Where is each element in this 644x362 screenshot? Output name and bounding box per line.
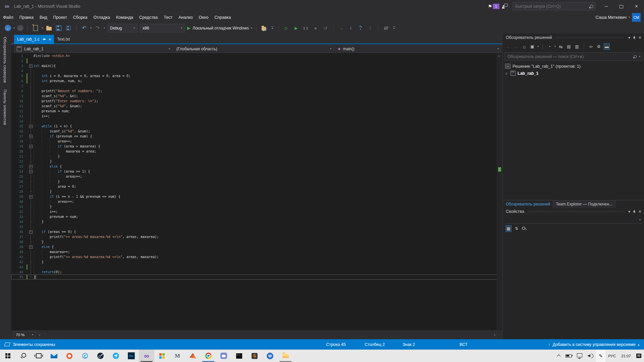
close-icon[interactable]: × [639, 35, 641, 40]
code-line[interactable]: 33 prevnum = num; [11, 214, 497, 219]
code-line[interactable]: 40 maxarea++; [11, 249, 497, 254]
code-line[interactable]: 18 area++; [11, 139, 497, 144]
chevron-down-icon[interactable]: ▾ [537, 45, 539, 48]
code-line[interactable]: 45} [11, 275, 497, 280]
step-out-button[interactable]: ↑• [367, 24, 374, 32]
new-project-dropdown-icon[interactable]: ▾ [42, 27, 43, 29]
menu-test[interactable]: Тест [161, 14, 175, 21]
chevron-down-icon[interactable]: ▾ [554, 45, 556, 48]
code-line[interactable]: 36 if (areas == 0) { [11, 229, 497, 234]
alphabetical-sort-icon[interactable]: ⇅ [514, 225, 520, 232]
code-line[interactable]: 25 areas++; [11, 174, 497, 179]
taskbar-visual-studio[interactable]: ∞ [139, 350, 154, 362]
code-line[interactable]: 19 if (area > maxarea) { [11, 144, 497, 149]
redo-button[interactable]: ↷ [94, 24, 101, 32]
code-line[interactable]: 39 else { [11, 244, 497, 249]
fold-marker-icon[interactable] [29, 144, 34, 149]
account-menu[interactable]: Саша Миткевич ▾ СМ [596, 13, 644, 22]
code-line[interactable]: 6 int prevnum, num, n; [11, 78, 497, 83]
pin-icon[interactable] [633, 36, 636, 40]
menu-debug[interactable]: Отладка [91, 14, 113, 21]
tab-text-txt[interactable]: Text.txt [54, 35, 73, 44]
taskbar-mail[interactable] [46, 350, 62, 362]
menu-project[interactable]: Проект [50, 14, 70, 21]
code-line[interactable]: 23 else { [11, 164, 497, 169]
code-line[interactable]: 7 [11, 83, 497, 88]
avatar[interactable]: СМ [632, 13, 641, 22]
nav-back-icon[interactable]: ← [505, 43, 511, 50]
notifications-flag-icon[interactable]: ⚑ [488, 4, 492, 9]
code-line[interactable]: 5 int i = 0, maxarea = 0, areas = 0, are… [11, 73, 497, 78]
code-line[interactable]: 34 } [11, 219, 497, 224]
language-indicator[interactable]: РУС [605, 350, 619, 362]
fold-marker-icon[interactable] [29, 63, 34, 68]
task-view-button[interactable] [31, 350, 46, 362]
collapse-all-icon[interactable]: ▤ [566, 43, 572, 50]
code-line[interactable]: 41 printf(">> areas:%d maxarea:%d <<\n",… [11, 254, 497, 259]
scope-dropdown[interactable]: (Глобальная область) ▾ [174, 45, 334, 53]
code-line[interactable]: 4 [11, 68, 497, 73]
taskbar-spiral-app[interactable] [77, 350, 93, 362]
home-icon[interactable]: ⌂ [521, 43, 527, 50]
pin-icon[interactable] [633, 210, 636, 214]
property-pages-key-icon[interactable] [522, 226, 527, 231]
taskbar-steam[interactable] [93, 350, 108, 362]
show-next-statement-button[interactable]: → [337, 24, 345, 32]
scroll-left-arrow-icon[interactable]: ◂ [39, 333, 40, 337]
start-without-debugging-button[interactable]: ▷ [283, 24, 290, 32]
menu-view[interactable]: Вид [37, 14, 50, 21]
add-to-source-control-button[interactable]: ↑ Добавить в систему управления версиями… [548, 339, 639, 350]
tab-server-explorer[interactable]: Обозреватель серверов [0, 34, 10, 86]
toolbar-overflow-button[interactable]: ▾ [270, 26, 274, 30]
clock[interactable]: 21:07 [619, 350, 634, 362]
restore-button[interactable] [614, 1, 629, 11]
taskbar-w-app[interactable]: W [262, 350, 278, 362]
taskbar-discord[interactable] [216, 350, 231, 362]
properties-icon[interactable]: ⚙ [596, 43, 602, 50]
menu-file[interactable]: Файл [0, 14, 16, 21]
pin-icon[interactable] [42, 38, 46, 41]
pending-changes-filter-icon[interactable]: ◔ [546, 43, 552, 50]
taskbar-photoshop[interactable]: Ps [123, 350, 139, 362]
code-map-button[interactable] [382, 24, 390, 32]
navigate-back-button[interactable]: ← [5, 25, 11, 31]
fold-marker-icon[interactable] [29, 169, 34, 174]
network-indicator[interactable] [574, 350, 585, 362]
step-over-button[interactable]: ↷• [357, 24, 364, 32]
fold-marker-icon[interactable] [29, 134, 34, 139]
tab-team-explorer[interactable]: Team Explorer — Подключен... [553, 200, 615, 208]
code-line[interactable]: 3int main(){ [11, 63, 497, 68]
taskbar-search-button[interactable] [15, 350, 31, 362]
code-line[interactable]: 35 [11, 224, 497, 229]
categorized-icon[interactable]: ▦ [505, 225, 512, 232]
preview-selected-items-icon[interactable]: ▬ [604, 43, 610, 50]
vertical-scrollbar[interactable]: ≡ [497, 53, 502, 330]
tab-lab-rab-1-c[interactable]: Lab_rab_1.c × [14, 35, 54, 44]
code-line[interactable]: 29 if (i == n - 1 && prevnum <= num) { [11, 194, 497, 199]
code-line[interactable]: 38 } [11, 239, 497, 244]
sync-with-active-document-icon[interactable]: ⇆ [558, 43, 564, 50]
scroll-right-arrow-icon[interactable]: ▸ [494, 333, 496, 337]
save-all-button[interactable] [65, 24, 72, 32]
stop-button[interactable]: ■ [312, 24, 319, 32]
chevron-down-icon[interactable]: ▾ [639, 55, 640, 58]
code-line[interactable]: 44 return(0); [11, 269, 497, 275]
project-dropdown[interactable]: Lab_rab_1 ▾ [14, 45, 173, 53]
quick-launch-input[interactable] [515, 4, 590, 9]
close-button[interactable]: × [629, 1, 644, 11]
properties-object-combo[interactable]: ▾ [505, 216, 642, 224]
close-tab-icon[interactable]: × [49, 37, 51, 42]
code-line[interactable]: 1#include <stdio.h> [11, 53, 497, 58]
start-debugging-button[interactable]: ▶ Локальный отладчик Windows ▾ [187, 25, 252, 31]
continue-button[interactable]: ▶ [292, 24, 300, 32]
tab-toolbox[interactable]: Панель элементов [0, 86, 10, 128]
notifications-badge[interactable]: 1 [493, 4, 499, 9]
code-line[interactable]: 9 scanf_s("%d", &n); [11, 94, 497, 99]
code-line[interactable]: 43 [11, 264, 497, 269]
save-button[interactable] [55, 24, 62, 32]
solution-search-input[interactable] [507, 54, 632, 59]
code-line[interactable]: 30 areas++; [11, 199, 497, 204]
minimize-button[interactable]: ─ [599, 1, 614, 11]
solution-configuration-combo[interactable]: Debug ▾ [107, 24, 138, 33]
taskbar-telegram[interactable] [108, 350, 123, 362]
